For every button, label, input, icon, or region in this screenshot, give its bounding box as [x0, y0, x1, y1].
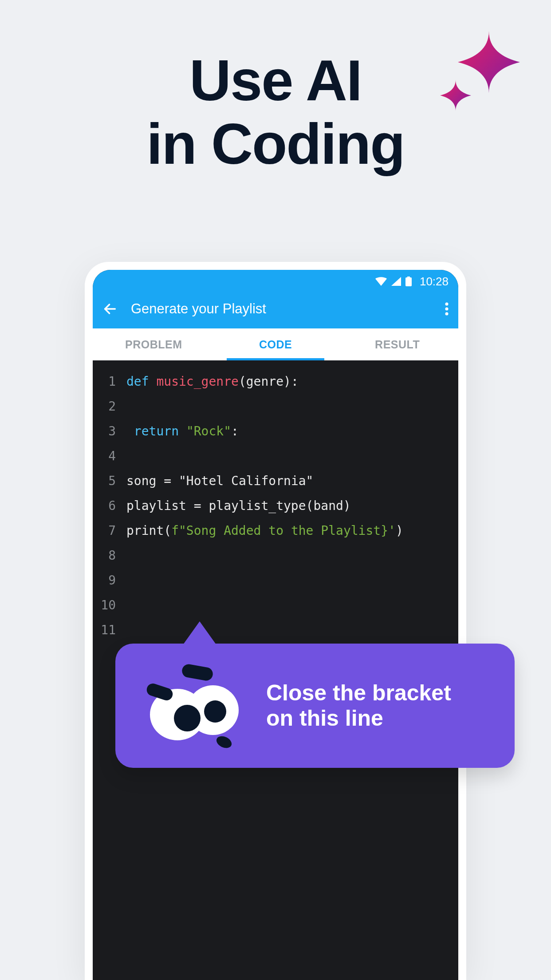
- code-gutter: 1234567891011: [93, 369, 121, 643]
- svg-point-12: [215, 734, 234, 750]
- tab-code[interactable]: CODE: [215, 328, 337, 360]
- line-number: 3: [93, 419, 116, 444]
- svg-point-9: [204, 700, 226, 723]
- code-line[interactable]: [126, 394, 403, 419]
- code-line[interactable]: [126, 618, 403, 643]
- code-line[interactable]: [126, 444, 403, 469]
- battery-icon: [405, 277, 412, 286]
- app-bar: Generate your Playlist: [93, 291, 458, 328]
- code-editor[interactable]: 1234567891011 def music_genre(genre): re…: [93, 360, 458, 643]
- wifi-icon: [375, 277, 387, 286]
- line-number: 6: [93, 494, 116, 518]
- code-line[interactable]: playlist = playlist_type(band): [126, 494, 403, 518]
- signal-icon: [391, 277, 401, 286]
- svg-point-3: [445, 303, 449, 306]
- line-number: 9: [93, 568, 116, 593]
- tooltip-text: Close the bracket on this line: [266, 680, 451, 731]
- svg-rect-0: [405, 277, 412, 286]
- tab-bar: PROBLEM CODE RESULT: [93, 328, 458, 360]
- code-line[interactable]: def music_genre(genre):: [126, 369, 403, 394]
- phone-screen: 10:28 Generate your Playlist PROBLEM COD…: [93, 270, 458, 980]
- mascot-icon: [138, 661, 248, 750]
- line-number: 8: [93, 543, 116, 568]
- code-content[interactable]: def music_genre(genre): return "Rock":so…: [121, 369, 403, 643]
- svg-point-4: [445, 308, 449, 311]
- more-vert-icon[interactable]: [445, 302, 449, 316]
- tooltip-arrow-icon: [177, 621, 222, 652]
- code-line[interactable]: song = "Hotel California": [126, 469, 403, 494]
- line-number: 4: [93, 444, 116, 469]
- code-line[interactable]: print(f"Song Added to the Playlist}'): [126, 518, 403, 543]
- line-number: 7: [93, 518, 116, 543]
- svg-rect-1: [407, 277, 410, 278]
- code-line[interactable]: [126, 593, 403, 618]
- page-headline: Use AI in Coding: [146, 49, 404, 176]
- svg-point-8: [174, 705, 201, 731]
- line-number: 10: [93, 593, 116, 618]
- tab-result[interactable]: RESULT: [336, 328, 458, 360]
- svg-point-5: [445, 312, 449, 316]
- phone-mockup: 10:28 Generate your Playlist PROBLEM COD…: [85, 262, 466, 980]
- back-arrow-icon[interactable]: [102, 301, 118, 316]
- tab-problem[interactable]: PROBLEM: [93, 328, 215, 360]
- ai-hint-tooltip: Close the bracket on this line: [115, 644, 515, 768]
- line-number: 11: [93, 618, 116, 643]
- code-line[interactable]: [126, 543, 403, 568]
- line-number: 5: [93, 469, 116, 494]
- line-number: 1: [93, 369, 116, 394]
- line-number: 2: [93, 394, 116, 419]
- code-line[interactable]: return "Rock":: [126, 419, 403, 444]
- svg-rect-10: [181, 663, 214, 682]
- status-time: 10:28: [420, 275, 449, 288]
- code-line[interactable]: [126, 568, 403, 593]
- sparkle-icon: [436, 27, 524, 117]
- status-bar: 10:28: [93, 270, 458, 291]
- app-bar-title: Generate your Playlist: [131, 301, 432, 317]
